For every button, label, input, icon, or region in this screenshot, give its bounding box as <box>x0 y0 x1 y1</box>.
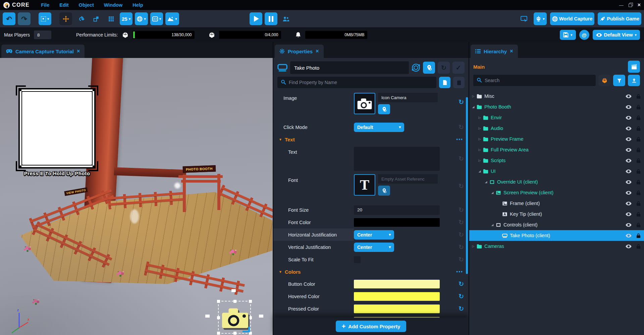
hierarchy-item-controls-client[interactable]: ◢ Controls (client) <box>469 219 644 230</box>
font-color-swatch[interactable] <box>354 218 440 227</box>
default-view-button[interactable]: Default View▾ <box>593 30 640 40</box>
scene-settings-button[interactable] <box>628 61 640 73</box>
lock-icon[interactable] <box>636 222 641 227</box>
selection-handle[interactable] <box>217 316 220 319</box>
reset-icon[interactable]: ↺ <box>459 281 464 287</box>
visibility-eye-icon[interactable] <box>626 105 632 109</box>
lock-icon[interactable] <box>636 115 641 120</box>
expander-icon[interactable]: ▷ <box>477 148 482 151</box>
find-property-input[interactable] <box>277 77 436 88</box>
take-photo-camera-button[interactable] <box>221 306 249 330</box>
font-asset-placeholder[interactable]: Empty Asset Referenc <box>378 174 438 184</box>
hierarchy-item-photo-booth[interactable]: ◢ Photo Booth <box>469 102 644 112</box>
close-tab-icon[interactable]: × <box>77 48 80 54</box>
reset-icon[interactable]: ↺ <box>459 256 464 263</box>
export-button[interactable] <box>628 75 640 86</box>
publish-game-button[interactable]: Publish Game <box>598 12 641 25</box>
visibility-eye-icon[interactable] <box>626 158 632 163</box>
redo-button[interactable]: ↷ <box>18 12 31 25</box>
menu-edit[interactable]: Edit <box>59 2 68 8</box>
grid-size-dropdown[interactable]: 25▾ <box>120 12 132 25</box>
visibility-eye-icon[interactable] <box>626 191 632 195</box>
bot-tools-dropdown[interactable]: ▾ <box>534 12 547 25</box>
font-size-input[interactable] <box>354 205 440 215</box>
terrain-dropdown[interactable]: ▾ <box>165 12 179 25</box>
world-capture-button[interactable]: World Capture <box>550 12 595 25</box>
expander-icon[interactable]: ▷ <box>471 245 476 248</box>
lock-icon[interactable] <box>636 190 641 195</box>
font-asset-thumbnail[interactable]: T <box>354 174 375 196</box>
expander-icon[interactable]: ◢ <box>490 191 495 194</box>
hierarchy-item-override-ui-client[interactable]: ◢ Override UI (client) <box>469 177 644 187</box>
lock-icon[interactable] <box>636 244 641 249</box>
multiplayer-preview-button[interactable] <box>280 12 292 25</box>
selection-outer-handle[interactable] <box>259 315 263 318</box>
hierarchy-item-take-photo-client[interactable]: Take Photo (client) <box>469 230 644 241</box>
find-font-asset-button[interactable] <box>378 186 390 196</box>
selection-outer-handle[interactable] <box>231 289 236 292</box>
visibility-eye-icon[interactable] <box>626 233 632 238</box>
reset-all-button[interactable]: ↺ <box>438 62 450 74</box>
visibility-eye-icon[interactable] <box>626 180 632 184</box>
copy-properties-button[interactable] <box>439 77 450 88</box>
visibility-eye-icon[interactable] <box>626 137 632 141</box>
hierarchy-item-key-tip-client[interactable]: Key Tip (client) <box>469 209 644 219</box>
button-color-swatch[interactable] <box>354 280 440 288</box>
visibility-eye-icon[interactable] <box>626 116 632 120</box>
close-window-icon[interactable]: × <box>638 2 641 8</box>
close-tab-icon[interactable]: × <box>316 48 319 54</box>
click-mode-dropdown[interactable]: Default▾ <box>354 123 404 132</box>
reset-icon[interactable]: ↺ <box>459 293 464 299</box>
undo-button[interactable]: ↶ <box>3 12 15 25</box>
close-tab-icon[interactable]: × <box>510 48 513 54</box>
filter-button[interactable] <box>613 75 625 86</box>
horizontal-justification-dropdown[interactable]: Center▾ <box>354 230 394 240</box>
expander-icon[interactable]: ◢ <box>471 105 476 109</box>
menu-object[interactable]: Object <box>79 2 94 8</box>
select-tool-button[interactable]: ▾ <box>39 12 51 25</box>
visibility-eye-icon[interactable] <box>626 223 632 227</box>
add-custom-property-button[interactable]: + Add Custom Property <box>336 321 407 332</box>
pause-button[interactable] <box>265 12 277 25</box>
properties-scrollbar[interactable] <box>466 97 468 274</box>
lock-icon[interactable] <box>636 105 641 110</box>
world-settings-dropdown[interactable]: ▾ <box>135 12 148 25</box>
section-menu-icon[interactable]: ••• <box>456 137 463 142</box>
minimize-icon[interactable]: — <box>619 3 624 7</box>
selection-handle[interactable] <box>217 332 220 335</box>
pressed-color-swatch[interactable] <box>354 305 440 313</box>
menu-file[interactable]: File <box>41 2 49 8</box>
image-asset-name[interactable]: Icon Camera <box>378 93 438 102</box>
expander-icon[interactable]: ▷ <box>477 127 482 130</box>
visibility-eye-icon[interactable] <box>626 94 632 98</box>
reset-icon[interactable]: ↺ <box>459 207 464 213</box>
hovered-color-swatch[interactable] <box>354 292 440 301</box>
selection-handle[interactable] <box>217 300 220 303</box>
section-text[interactable]: ▼ Text ••• <box>273 133 469 145</box>
lock-icon[interactable] <box>636 233 641 238</box>
lock-icon[interactable] <box>636 201 641 206</box>
lock-icon[interactable] <box>636 180 641 185</box>
vertical-justification-dropdown[interactable]: Center▾ <box>354 243 394 252</box>
max-players-input[interactable]: 8 <box>34 30 51 39</box>
lock-icon[interactable] <box>636 147 641 152</box>
networked-cube-icon[interactable] <box>412 63 420 72</box>
play-button[interactable] <box>250 12 262 25</box>
show-assets-button[interactable] <box>598 75 610 86</box>
reset-icon[interactable]: ↺ <box>459 124 464 130</box>
selection-handle[interactable] <box>233 300 236 303</box>
image-asset-thumbnail[interactable] <box>354 93 375 114</box>
selection-handle[interactable] <box>249 300 252 303</box>
hierarchy-item-frame-client[interactable]: Frame (client) <box>469 198 644 209</box>
restore-icon[interactable] <box>629 3 632 7</box>
paste-properties-button[interactable] <box>453 77 465 88</box>
visibility-eye-icon[interactable] <box>626 126 632 131</box>
section-colors[interactable]: ▼ Colors ••• <box>273 266 469 278</box>
hierarchy-item-audio[interactable]: ▷ Audio <box>469 123 644 134</box>
lock-icon[interactable] <box>636 169 641 174</box>
reset-icon[interactable]: ↺ <box>459 244 464 250</box>
scale-tool-button[interactable] <box>90 12 102 25</box>
reset-icon[interactable]: ↺ <box>459 306 464 312</box>
visibility-eye-icon[interactable] <box>626 148 632 152</box>
menu-help[interactable]: Help <box>132 2 143 8</box>
